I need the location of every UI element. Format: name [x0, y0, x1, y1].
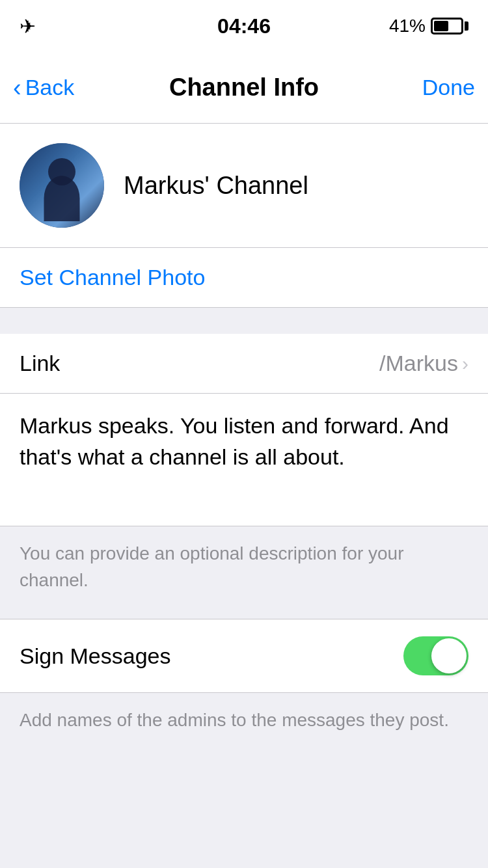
- sign-messages-toggle[interactable]: [403, 636, 468, 675]
- status-bar: ✈ 04:46 41%: [0, 0, 488, 52]
- link-chevron-icon: ›: [462, 353, 468, 375]
- link-text: /Markus: [379, 351, 458, 376]
- set-channel-photo-button[interactable]: Set Channel Photo: [20, 265, 205, 290]
- sign-messages-row: Sign Messages: [0, 619, 488, 693]
- bottom-area: [0, 746, 488, 868]
- sign-messages-hint-section: Add names of the admins to the messages …: [0, 693, 488, 746]
- link-value: /Markus ›: [379, 351, 468, 376]
- description-hint-text: You can provide an optional description …: [20, 543, 403, 590]
- sign-messages-label: Sign Messages: [20, 644, 170, 669]
- back-chevron-icon: ‹: [13, 75, 21, 100]
- channel-name-input[interactable]: [124, 172, 468, 200]
- sign-messages-hint-text: Add names of the admins to the messages …: [20, 710, 449, 730]
- section-separator-1: [0, 308, 488, 334]
- link-row[interactable]: Link /Markus ›: [0, 334, 488, 394]
- done-button[interactable]: Done: [422, 75, 475, 100]
- battery-icon: [431, 18, 468, 34]
- page-title: Channel Info: [169, 74, 319, 102]
- description-section: [0, 394, 488, 526]
- toggle-thumb: [431, 638, 467, 673]
- back-button[interactable]: ‹ Back: [13, 75, 74, 100]
- channel-header: [0, 124, 488, 248]
- navigation-bar: ‹ Back Channel Info Done: [0, 52, 488, 124]
- back-label: Back: [25, 75, 75, 100]
- set-photo-section: Set Channel Photo: [0, 248, 488, 308]
- airplane-mode-icon: ✈: [20, 15, 36, 38]
- battery-area: 41%: [389, 16, 468, 36]
- avatar[interactable]: [20, 143, 104, 228]
- description-hint-section: You can provide an optional description …: [0, 526, 488, 619]
- battery-percentage: 41%: [389, 16, 426, 36]
- description-textarea[interactable]: [20, 411, 468, 504]
- avatar-image: [20, 143, 104, 228]
- link-label: Link: [20, 351, 60, 376]
- status-time: 04:46: [217, 14, 271, 38]
